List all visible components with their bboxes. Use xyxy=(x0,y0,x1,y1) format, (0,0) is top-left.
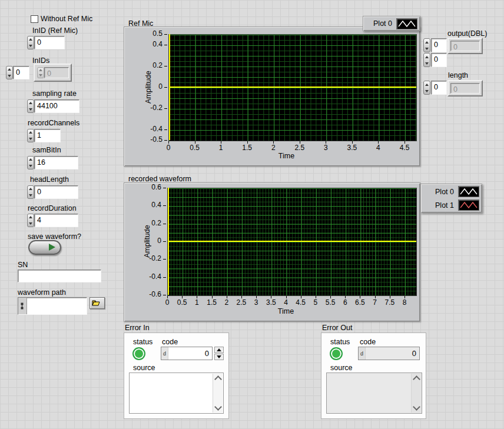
output-dbl-element: 0 xyxy=(450,41,480,51)
error-out-title: Error Out xyxy=(322,324,352,332)
inid-spinner[interactable] xyxy=(27,36,34,49)
output-dbl-row-index[interactable]: 0 xyxy=(431,38,447,52)
x-tick-mark xyxy=(301,296,301,298)
sam-bit-in-spinner[interactable] xyxy=(27,156,34,169)
inids-element-spinner xyxy=(37,67,44,78)
x-tick-mark xyxy=(360,296,360,298)
scrollbar[interactable] xyxy=(411,374,421,413)
record-duration-field[interactable]: 4 xyxy=(34,214,78,227)
y-tick-label: 0 xyxy=(140,237,161,245)
scrollbar[interactable] xyxy=(213,374,223,413)
inids-element-field: 0 xyxy=(44,67,69,78)
y-tick-mark xyxy=(163,277,166,278)
x-tick-label: 2.5 xyxy=(291,144,309,152)
x-tick-mark xyxy=(247,141,248,144)
path-type-icon xyxy=(18,298,27,314)
y-tick-mark xyxy=(163,224,166,224)
x-tick-mark xyxy=(271,296,271,298)
plot-line-icon[interactable] xyxy=(396,18,417,29)
plot-line-icon[interactable] xyxy=(458,186,479,197)
x-tick-mark xyxy=(167,296,168,298)
spin-down-icon[interactable] xyxy=(214,354,224,360)
sampling-rate-spinner[interactable] xyxy=(27,99,34,113)
y-tick-mark xyxy=(163,241,166,242)
output-dbl-element-frame: 0 xyxy=(447,38,483,54)
y-tick-label: 0.4 xyxy=(140,201,161,209)
length-index-spinner[interactable] xyxy=(423,81,430,95)
y-tick-label: 0.4 xyxy=(141,40,163,48)
error-out-cluster: status code d 0 source xyxy=(321,332,426,419)
head-length-spinner[interactable] xyxy=(27,185,34,199)
plot-area-ref-mic[interactable] xyxy=(168,34,417,141)
record-channels-label: recordChannels xyxy=(28,119,79,127)
output-dbl-col-index[interactable]: 0 xyxy=(431,53,447,67)
y-tick-mark xyxy=(164,66,167,66)
legend-recorded[interactable]: Plot 0Plot 1 xyxy=(420,184,482,213)
x-tick-label: 0.5 xyxy=(186,144,204,152)
record-channels-spinner[interactable] xyxy=(27,129,34,142)
inids-index-spinner[interactable] xyxy=(6,66,13,79)
x-tick-mark xyxy=(256,296,257,298)
x-tick-label: 4 xyxy=(369,144,387,152)
record-channels-field[interactable]: 1 xyxy=(34,129,61,142)
legend-label: Plot 0 xyxy=(373,19,392,28)
y-tick-label: 0 xyxy=(141,82,163,91)
error-out-code-field: d 0 xyxy=(358,347,420,360)
spin-up-icon[interactable] xyxy=(214,347,224,353)
y-tick-label: 0.5 xyxy=(141,29,163,38)
scroll-up-icon[interactable] xyxy=(413,375,420,383)
labview-front-panel: Without Ref Mic InID (Ref Mic) 0 InIDs 0… xyxy=(0,0,504,429)
scroll-up-icon[interactable] xyxy=(214,375,222,383)
sampling-rate-field[interactable]: 44100 xyxy=(34,99,79,113)
x-tick-mark xyxy=(227,296,227,298)
output-dbl-col-spinner[interactable] xyxy=(423,53,430,67)
head-length-field[interactable]: 0 xyxy=(34,185,78,199)
x-tick-mark xyxy=(221,141,221,144)
x-axis-title: Time xyxy=(167,307,404,315)
x-tick-label: 8 xyxy=(396,298,413,307)
x-tick-mark xyxy=(375,296,376,298)
x-tick-label: 0 xyxy=(160,144,177,152)
radix-indicator[interactable]: d xyxy=(161,347,168,360)
plot-area-recorded[interactable] xyxy=(167,188,417,296)
sam-bit-in-field[interactable]: 16 xyxy=(34,156,78,169)
x-tick-label: 2 xyxy=(264,144,282,152)
x-tick-mark xyxy=(378,141,379,144)
inid-field[interactable]: 0 xyxy=(34,36,65,49)
length-index-field[interactable]: 0 xyxy=(431,81,447,95)
play-arrow-icon xyxy=(49,244,55,251)
error-in-status-led[interactable] xyxy=(132,347,145,360)
legend-row[interactable]: Plot 1 xyxy=(423,199,479,211)
record-duration-spinner[interactable] xyxy=(27,214,34,227)
folder-open-icon xyxy=(92,300,102,307)
record-duration-label: recordDuration xyxy=(28,204,77,212)
legend-ref-mic[interactable]: Plot 0 xyxy=(363,16,420,31)
inids-index-field[interactable]: 0 xyxy=(13,66,29,79)
without-ref-mic-checkbox[interactable] xyxy=(31,15,38,23)
x-axis-title: Time xyxy=(168,152,404,160)
error-in-code-spinner[interactable] xyxy=(214,347,224,360)
sampling-rate-label: sampling rate xyxy=(32,89,77,98)
browse-button[interactable] xyxy=(89,297,105,309)
y-tick-mark xyxy=(163,205,166,206)
waveform-path-field[interactable] xyxy=(18,297,87,315)
inid-label: InID (Ref Mic) xyxy=(32,26,78,35)
y-tick-label: -0.2 xyxy=(141,104,163,112)
scroll-down-icon[interactable] xyxy=(214,403,222,411)
x-tick-label: 3.5 xyxy=(343,144,361,152)
error-in-code-field[interactable]: d 0 xyxy=(161,347,213,360)
x-tick-mark xyxy=(168,141,169,144)
plot-line-icon[interactable] xyxy=(458,199,479,211)
scroll-down-icon[interactable] xyxy=(413,403,420,411)
y-tick-label: 0.6 xyxy=(140,183,161,191)
sn-field[interactable] xyxy=(18,270,101,282)
output-dbl-row-spinner[interactable] xyxy=(423,38,430,52)
x-tick-mark xyxy=(182,296,183,298)
legend-row[interactable]: Plot 0 xyxy=(423,185,479,198)
error-in-source-field[interactable] xyxy=(129,373,224,414)
x-tick-mark xyxy=(352,141,353,144)
x-tick-mark xyxy=(390,296,390,298)
sam-bit-in-label: samBitIn xyxy=(32,146,61,154)
legend-row[interactable]: Plot 0 xyxy=(366,18,417,30)
save-waveform-toggle[interactable] xyxy=(28,240,61,255)
